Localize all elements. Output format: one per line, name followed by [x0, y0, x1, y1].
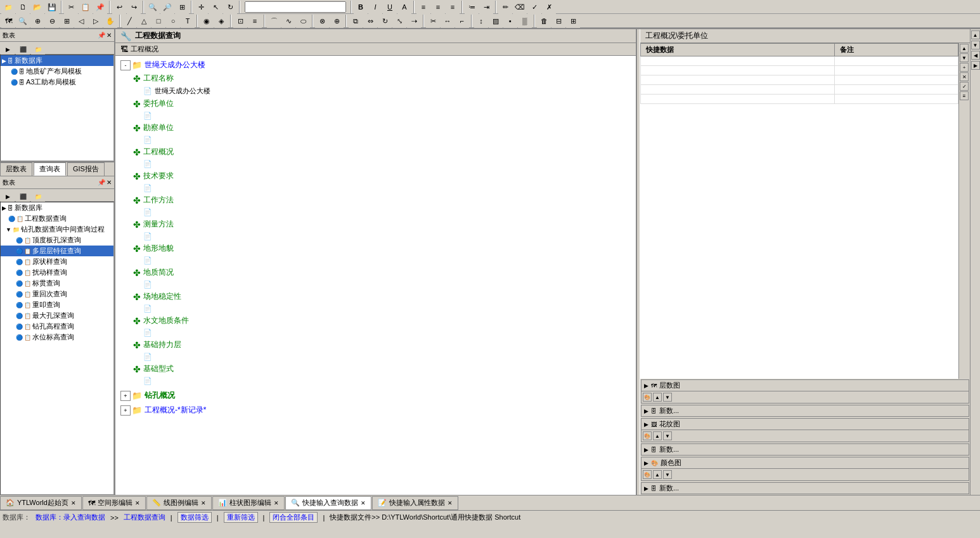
lb-query4[interactable]: 🔵 📋 扰动样查询 [1, 267, 113, 278]
ct-doc-foundtype[interactable]: 📄 [118, 376, 633, 386]
tb-hatch[interactable]: ▨ [489, 14, 503, 28]
sub-panel-color-header[interactable]: ▶ 🎨 颜色图 [642, 457, 969, 469]
sub-panel-new2-header[interactable]: ▶ 🗄 新数... [642, 444, 969, 455]
ct-field-terrain[interactable]: ✤ 地形地貌 [118, 242, 633, 255]
tb-font-color[interactable]: A [397, 0, 411, 14]
status-db-link[interactable]: 数据库：录入查询数据 [35, 513, 105, 522]
tb-ellipse[interactable]: ⬭ [296, 14, 310, 28]
tb-pen[interactable]: ✏ [498, 0, 512, 14]
tb-map1[interactable]: 🗺 [1, 14, 15, 28]
tab-home[interactable]: 🏠 YTLWorld起始页 ✕ [0, 496, 82, 510]
tree-item-a3[interactable]: 🔵 🗄 A3工助布局模板 [1, 77, 113, 88]
tb-copy2[interactable]: ⧉ [349, 14, 363, 28]
sp-new2-expand[interactable]: ▶ [644, 447, 648, 453]
left-bottom-close[interactable]: ✕ [106, 179, 112, 186]
ct-field-foundation[interactable]: ✤ 基础持力层 [118, 338, 633, 351]
tb-redo[interactable]: ↪ [127, 0, 141, 14]
tb-intersect[interactable]: ⊗ [315, 14, 329, 28]
ri-btn2[interactable]: ▼ [960, 53, 969, 62]
ct-field-geosummary[interactable]: ✤ 地质简况 [118, 266, 633, 279]
tb-move[interactable]: ✛ [194, 0, 208, 14]
tb-trim[interactable]: ✂ [426, 14, 440, 28]
tb-curve[interactable]: ∿ [281, 14, 295, 28]
ct-doc-method[interactable]: 📄 [118, 207, 633, 218]
tb-arc[interactable]: ⌒ [267, 14, 281, 28]
sp-l-icon2[interactable]: ▲ [653, 393, 662, 402]
tb-align-right[interactable]: ≡ [446, 0, 460, 14]
ct-doc-geosummary[interactable]: 📄 [118, 279, 633, 290]
ct-doc-stability[interactable]: 📄 [118, 303, 633, 314]
ct-doc-hydro[interactable]: 📄 [118, 327, 633, 338]
lb-query6[interactable]: 🔵 📋 重回次查询 [1, 289, 113, 299]
ct-folder-newrec[interactable]: + 📁 工程概况-*新记录* [118, 404, 633, 417]
tb-vertex[interactable]: ◈ [214, 14, 228, 28]
tb-grp[interactable]: ⊟ [551, 14, 565, 28]
tb-eraser[interactable]: ⌫ [513, 0, 527, 14]
tab-home-close[interactable]: ✕ [71, 500, 76, 506]
sp-color-expand[interactable]: ▶ [644, 460, 648, 466]
lb-querydb[interactable]: 🔵 📋 工程数据查询 [1, 213, 113, 224]
sp-l-icon1[interactable]: 🎨 [643, 393, 652, 402]
tb-undo[interactable]: ↩ [112, 0, 126, 14]
tb-fill[interactable]: ▪ [503, 14, 517, 28]
tb-scale[interactable]: ⤡ [392, 14, 406, 28]
tb-paste[interactable]: 📌 [93, 0, 107, 14]
sp-l-icon3[interactable]: ▼ [663, 393, 672, 402]
lb-query8[interactable]: 🔵 📋 最大孔深查询 [1, 310, 113, 321]
status-projdata-link[interactable]: 工程数据查询 [124, 513, 165, 522]
tb-zoom-region[interactable]: 🔍 [16, 14, 30, 28]
sp-c-icon1[interactable]: 🎨 [643, 470, 652, 479]
left-top-close[interactable]: ✕ [106, 32, 112, 39]
expand-world[interactable]: - [120, 60, 131, 70]
sp-p-icon2[interactable]: ▲ [653, 431, 662, 440]
expand-newrec[interactable]: + [120, 405, 131, 416]
tb-zoom-out[interactable]: 🔎 [160, 0, 174, 14]
tb-draw-poly[interactable]: △ [137, 14, 151, 28]
ct-field-survey[interactable]: ✤ 勘察单位 [118, 121, 633, 134]
ct-field-tech[interactable]: ✤ 技术要求 [118, 169, 633, 183]
left-top-pin[interactable]: 📌 [98, 32, 105, 39]
tb-open[interactable]: 📂 [30, 0, 44, 14]
sp-c-icon2[interactable]: ▲ [653, 470, 662, 479]
sp-c-icon3[interactable]: ▼ [663, 470, 672, 479]
field-input[interactable] [245, 1, 346, 13]
tb-dimension[interactable]: ↕ [474, 14, 488, 28]
expand-drill[interactable]: + [120, 391, 131, 401]
tb-draw-rect[interactable]: □ [152, 14, 165, 28]
tb-align-left[interactable]: ≡ [416, 0, 430, 14]
tb-select[interactable]: ↖ [209, 0, 222, 14]
ri-btn3[interactable]: + [960, 63, 969, 72]
left-bottom-pin[interactable]: 📌 [98, 179, 105, 186]
tb-save[interactable]: 💾 [45, 0, 59, 14]
tab-lineedit[interactable]: 📏 线图例编辑 ✕ [146, 496, 212, 510]
tb-ungrp[interactable]: ⊞ [566, 14, 580, 28]
ct-doc-survey[interactable]: 📄 [118, 134, 633, 145]
tb-fillet[interactable]: ⌐ [455, 14, 469, 28]
sub-panel-new1-header[interactable]: ▶ 🗄 新数... [642, 405, 969, 416]
tb-zoom-full[interactable]: ⊞ [175, 0, 189, 14]
ct-field-hydro[interactable]: ✤ 水文地质条件 [118, 314, 633, 327]
tb-rotate2[interactable]: ↻ [378, 14, 392, 28]
tab-quickquery-close[interactable]: ✕ [361, 500, 366, 506]
tab-query[interactable]: 查询表 [34, 162, 66, 176]
ct-field-overview[interactable]: ✤ 工程概况 [118, 145, 633, 159]
frb-btn3[interactable]: ◀ [971, 51, 980, 60]
tb-indent[interactable]: ⇥ [479, 0, 493, 14]
tb-pan[interactable]: ✋ [103, 14, 117, 28]
tb-cross[interactable]: ✗ [542, 0, 556, 14]
tb-zoom-in2[interactable]: ⊕ [30, 14, 44, 28]
tb-gradient[interactable]: ▒ [518, 14, 532, 28]
tb-bold[interactable]: B [354, 0, 368, 14]
tab-layers[interactable]: 层数表 [0, 162, 32, 176]
lb-query10[interactable]: 🔵 📋 水位标高查询 [1, 332, 113, 343]
tb-next-ext[interactable]: ▷ [89, 14, 103, 28]
tb-underline[interactable]: U [383, 0, 397, 14]
frb-btn2[interactable]: ▼ [971, 41, 980, 49]
tb-prev-ext[interactable]: ◁ [74, 14, 88, 28]
ct-field-foundtype[interactable]: ✤ 基础型式 [118, 362, 633, 376]
lb-drill-folder[interactable]: ▼ 📁 钻孔数据查询中间查询过程 [1, 224, 113, 235]
tb-draw-line[interactable]: ╱ [122, 14, 136, 28]
sp-layers-expand[interactable]: ▶ [644, 383, 648, 389]
tab-quickattr[interactable]: 📝 快捷输入属性数据 ✕ [372, 496, 458, 510]
tb-check[interactable]: ✓ [527, 0, 541, 14]
